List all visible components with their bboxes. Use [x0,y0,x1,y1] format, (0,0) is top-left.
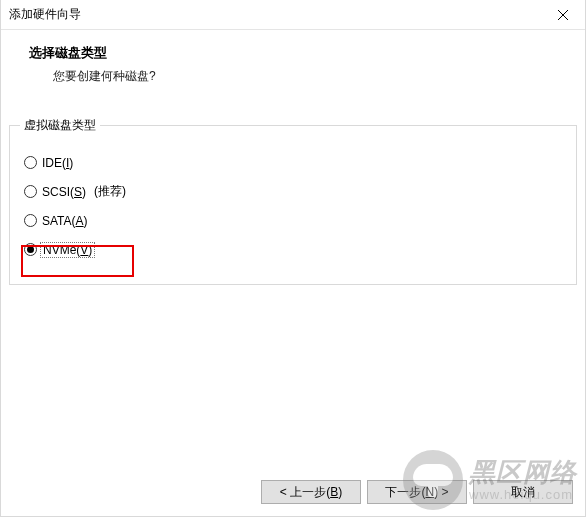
radio-icon [24,214,37,227]
radio-sata[interactable]: SATA(A) [24,206,562,235]
back-button[interactable]: < 上一步(B) [261,480,361,504]
radio-icon [24,156,37,169]
button-label: < 上一步(B) [280,484,342,501]
page-heading: 选择磁盘类型 [29,44,585,62]
radio-selected-dot-icon [27,246,34,253]
close-button[interactable] [541,0,585,30]
close-icon [558,10,568,20]
radio-nvme[interactable]: NVMe(V) [24,235,562,264]
radio-icon [24,185,37,198]
cancel-button[interactable]: 取消 [473,480,573,504]
add-hardware-wizard-dialog: 添加硬件向导 选择磁盘类型 您要创建何种磁盘? 虚拟磁盘类型 IDE(I) SC… [0,0,586,517]
radio-label: SCSI(S) [42,185,86,199]
recommended-label: (推荐) [94,183,126,200]
wizard-header: 选择磁盘类型 您要创建何种磁盘? [1,30,585,97]
radio-scsi[interactable]: SCSI(S) (推荐) [24,177,562,206]
button-label: 取消 [511,484,535,501]
next-button[interactable]: 下一步(N) > [367,480,467,504]
button-label: 下一步(N) > [385,484,448,501]
radio-label: IDE(I) [42,156,73,170]
disk-type-group: 虚拟磁盘类型 IDE(I) SCSI(S) (推荐) SATA(A) NVMe(… [9,125,577,285]
window-title: 添加硬件向导 [9,6,81,23]
radio-label: NVMe(V) [40,242,95,258]
radio-icon [24,243,37,256]
wizard-button-row: < 上一步(B) 下一步(N) > 取消 [261,480,573,504]
radio-label: SATA(A) [42,214,88,228]
group-legend: 虚拟磁盘类型 [20,117,100,134]
page-subtext: 您要创建何种磁盘? [29,68,585,85]
titlebar: 添加硬件向导 [1,0,585,30]
radio-ide[interactable]: IDE(I) [24,148,562,177]
